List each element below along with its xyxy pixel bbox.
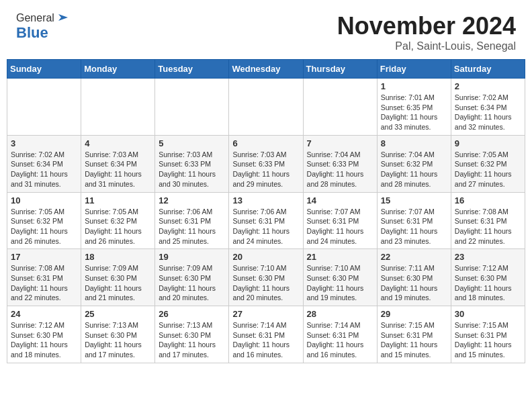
day-cell: 30Sunrise: 7:15 AM Sunset: 6:31 PM Dayli…	[451, 306, 525, 363]
day-number: 17	[11, 252, 77, 262]
day-number: 3	[11, 138, 77, 148]
day-number: 4	[85, 138, 151, 148]
day-cell: 7Sunrise: 7:04 AM Sunset: 6:33 PM Daylig…	[303, 135, 377, 192]
day-number: 11	[85, 195, 151, 205]
day-info: Sunrise: 7:13 AM Sunset: 6:30 PM Dayligh…	[85, 320, 151, 360]
title-block: November 2024 Pal, Saint-Louis, Senegal	[337, 12, 516, 52]
weekday-header-sunday: Sunday	[7, 60, 81, 79]
day-cell: 24Sunrise: 7:12 AM Sunset: 6:30 PM Dayli…	[7, 306, 81, 363]
day-cell: 14Sunrise: 7:07 AM Sunset: 6:31 PM Dayli…	[303, 192, 377, 249]
day-info: Sunrise: 7:14 AM Sunset: 6:31 PM Dayligh…	[232, 320, 299, 360]
weekday-header-wednesday: Wednesday	[229, 60, 303, 79]
day-info: Sunrise: 7:04 AM Sunset: 6:33 PM Dayligh…	[307, 150, 373, 189]
day-cell	[81, 79, 155, 136]
day-info: Sunrise: 7:06 AM Sunset: 6:31 PM Dayligh…	[159, 207, 225, 246]
day-cell: 22Sunrise: 7:11 AM Sunset: 6:30 PM Dayli…	[377, 249, 451, 306]
day-number: 29	[381, 309, 447, 319]
day-cell: 12Sunrise: 7:06 AM Sunset: 6:31 PM Dayli…	[155, 192, 229, 249]
weekday-header-saturday: Saturday	[451, 60, 525, 79]
day-cell: 5Sunrise: 7:03 AM Sunset: 6:33 PM Daylig…	[155, 135, 229, 192]
day-info: Sunrise: 7:09 AM Sunset: 6:30 PM Dayligh…	[85, 263, 151, 303]
day-number: 6	[232, 138, 299, 148]
day-cell: 27Sunrise: 7:14 AM Sunset: 6:31 PM Dayli…	[229, 306, 303, 363]
weekday-header-tuesday: Tuesday	[155, 60, 229, 79]
day-info: Sunrise: 7:03 AM Sunset: 6:33 PM Dayligh…	[159, 150, 225, 189]
day-number: 27	[232, 309, 299, 319]
day-number: 5	[159, 138, 225, 148]
day-cell: 8Sunrise: 7:04 AM Sunset: 6:32 PM Daylig…	[377, 135, 451, 192]
day-info: Sunrise: 7:03 AM Sunset: 6:33 PM Dayligh…	[232, 150, 299, 189]
day-info: Sunrise: 7:10 AM Sunset: 6:30 PM Dayligh…	[307, 263, 373, 303]
svg-marker-0	[58, 14, 68, 21]
week-row-4: 17Sunrise: 7:08 AM Sunset: 6:31 PM Dayli…	[7, 249, 525, 306]
day-info: Sunrise: 7:11 AM Sunset: 6:30 PM Dayligh…	[381, 263, 447, 303]
day-number: 13	[232, 195, 299, 205]
logo-blue-text: Blue	[16, 24, 48, 41]
day-number: 14	[307, 195, 373, 205]
week-row-3: 10Sunrise: 7:05 AM Sunset: 6:32 PM Dayli…	[7, 192, 525, 249]
day-number: 8	[381, 138, 447, 148]
weekday-header-thursday: Thursday	[303, 60, 377, 79]
day-cell: 29Sunrise: 7:15 AM Sunset: 6:31 PM Dayli…	[377, 306, 451, 363]
day-info: Sunrise: 7:08 AM Sunset: 6:31 PM Dayligh…	[11, 263, 77, 303]
day-cell	[7, 79, 81, 136]
weekday-header-monday: Monday	[81, 60, 155, 79]
day-info: Sunrise: 7:03 AM Sunset: 6:34 PM Dayligh…	[85, 150, 151, 189]
day-cell: 11Sunrise: 7:05 AM Sunset: 6:32 PM Dayli…	[81, 192, 155, 249]
day-number: 1	[381, 81, 447, 91]
day-number: 10	[11, 195, 77, 205]
day-number: 7	[307, 138, 373, 148]
day-cell: 13Sunrise: 7:06 AM Sunset: 6:31 PM Dayli…	[229, 192, 303, 249]
weekday-header-friday: Friday	[377, 60, 451, 79]
day-number: 22	[381, 252, 447, 262]
day-cell: 9Sunrise: 7:05 AM Sunset: 6:32 PM Daylig…	[451, 135, 525, 192]
day-number: 30	[455, 309, 521, 319]
page-header: General Blue November 2024 Pal, Saint-Lo…	[0, 0, 532, 59]
day-cell: 19Sunrise: 7:09 AM Sunset: 6:30 PM Dayli…	[155, 249, 229, 306]
logo-general-text: General	[16, 12, 54, 24]
day-number: 19	[159, 252, 225, 262]
day-cell	[303, 79, 377, 136]
day-info: Sunrise: 7:02 AM Sunset: 6:34 PM Dayligh…	[11, 150, 77, 189]
day-cell: 16Sunrise: 7:08 AM Sunset: 6:31 PM Dayli…	[451, 192, 525, 249]
day-number: 15	[381, 195, 447, 205]
day-number: 16	[455, 195, 521, 205]
day-cell: 6Sunrise: 7:03 AM Sunset: 6:33 PM Daylig…	[229, 135, 303, 192]
day-info: Sunrise: 7:02 AM Sunset: 6:34 PM Dayligh…	[455, 93, 521, 132]
day-cell: 10Sunrise: 7:05 AM Sunset: 6:32 PM Dayli…	[7, 192, 81, 249]
day-cell: 2Sunrise: 7:02 AM Sunset: 6:34 PM Daylig…	[451, 79, 525, 136]
logo: General Blue	[16, 12, 68, 42]
day-info: Sunrise: 7:13 AM Sunset: 6:30 PM Dayligh…	[159, 320, 225, 360]
day-info: Sunrise: 7:15 AM Sunset: 6:31 PM Dayligh…	[381, 320, 447, 360]
day-number: 9	[455, 138, 521, 148]
day-info: Sunrise: 7:14 AM Sunset: 6:31 PM Dayligh…	[307, 320, 373, 360]
day-cell: 15Sunrise: 7:07 AM Sunset: 6:31 PM Dayli…	[377, 192, 451, 249]
location-title: Pal, Saint-Louis, Senegal	[337, 40, 516, 52]
day-info: Sunrise: 7:07 AM Sunset: 6:31 PM Dayligh…	[307, 207, 373, 246]
month-title: November 2024	[337, 12, 516, 40]
day-number: 21	[307, 252, 373, 262]
day-cell: 21Sunrise: 7:10 AM Sunset: 6:30 PM Dayli…	[303, 249, 377, 306]
day-cell: 17Sunrise: 7:08 AM Sunset: 6:31 PM Dayli…	[7, 249, 81, 306]
day-number: 24	[11, 309, 77, 319]
day-cell: 20Sunrise: 7:10 AM Sunset: 6:30 PM Dayli…	[229, 249, 303, 306]
day-cell: 3Sunrise: 7:02 AM Sunset: 6:34 PM Daylig…	[7, 135, 81, 192]
logo-bird-icon	[56, 11, 68, 24]
week-row-5: 24Sunrise: 7:12 AM Sunset: 6:30 PM Dayli…	[7, 306, 525, 363]
day-cell: 25Sunrise: 7:13 AM Sunset: 6:30 PM Dayli…	[81, 306, 155, 363]
week-row-2: 3Sunrise: 7:02 AM Sunset: 6:34 PM Daylig…	[7, 135, 525, 192]
day-info: Sunrise: 7:05 AM Sunset: 6:32 PM Dayligh…	[11, 207, 77, 246]
day-cell: 26Sunrise: 7:13 AM Sunset: 6:30 PM Dayli…	[155, 306, 229, 363]
day-info: Sunrise: 7:08 AM Sunset: 6:31 PM Dayligh…	[455, 207, 521, 246]
day-number: 28	[307, 309, 373, 319]
day-info: Sunrise: 7:07 AM Sunset: 6:31 PM Dayligh…	[381, 207, 447, 246]
weekday-header-row: SundayMondayTuesdayWednesdayThursdayFrid…	[7, 60, 525, 79]
day-info: Sunrise: 7:15 AM Sunset: 6:31 PM Dayligh…	[455, 320, 521, 360]
day-info: Sunrise: 7:01 AM Sunset: 6:35 PM Dayligh…	[381, 93, 447, 132]
day-cell	[155, 79, 229, 136]
day-info: Sunrise: 7:10 AM Sunset: 6:30 PM Dayligh…	[232, 263, 299, 303]
day-cell: 18Sunrise: 7:09 AM Sunset: 6:30 PM Dayli…	[81, 249, 155, 306]
day-cell: 4Sunrise: 7:03 AM Sunset: 6:34 PM Daylig…	[81, 135, 155, 192]
day-info: Sunrise: 7:12 AM Sunset: 6:30 PM Dayligh…	[455, 263, 521, 303]
day-cell: 23Sunrise: 7:12 AM Sunset: 6:30 PM Dayli…	[451, 249, 525, 306]
